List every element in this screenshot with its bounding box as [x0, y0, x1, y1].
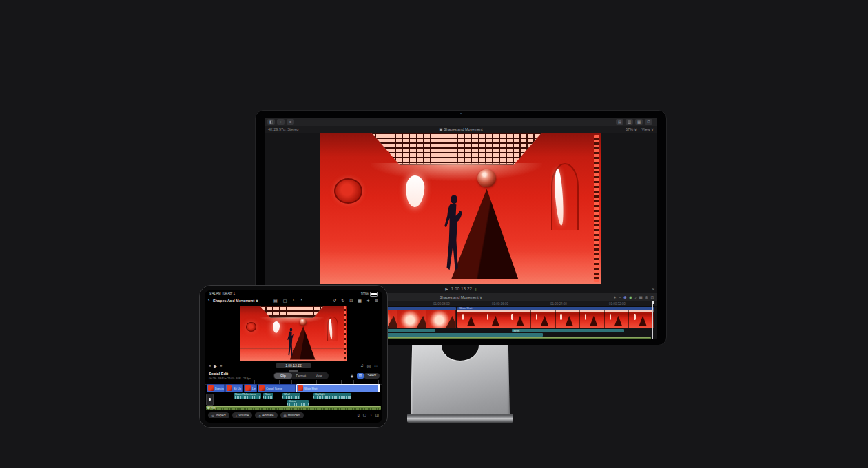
- video-frame: [240, 306, 347, 361]
- browser-layout-icon[interactable]: ▤: [616, 119, 623, 125]
- project-meta: 00:29 · 3840 × 2160 · 60P · 24 fps: [209, 376, 251, 380]
- skip-forward-icon[interactable]: »: [220, 363, 222, 368]
- zoom-menu[interactable]: 67% ∨: [626, 127, 637, 131]
- audio-skimming-icon[interactable]: ♪: [634, 295, 637, 299]
- audio-clip[interactable]: Highlight: [313, 393, 351, 399]
- play-button[interactable]: ▶: [445, 287, 448, 291]
- project-icon: ▣: [439, 127, 442, 131]
- mode-format[interactable]: Format: [292, 373, 310, 379]
- ruler-tick: 01:00:24:00: [550, 302, 567, 306]
- display-stand: [411, 344, 510, 415]
- music-track[interactable]: [368, 337, 651, 339]
- video-clip-wide-shot[interactable]: Wide Shot: [457, 307, 654, 328]
- clip-appearance-icon[interactable]: ⊡: [650, 295, 654, 299]
- audio-clip[interactable]: Riser: [263, 393, 273, 399]
- audio-clip[interactable]: Whirl: [282, 393, 300, 399]
- delete-icon[interactable]: ▯: [358, 413, 360, 417]
- light-strip: [344, 306, 346, 361]
- clip-appearance-icon[interactable]: ▤: [357, 373, 364, 379]
- skip-back-icon[interactable]: «: [209, 363, 211, 368]
- play-button[interactable]: ▶: [214, 363, 217, 368]
- inspect-button[interactable]: ⊙Inspect: [208, 412, 229, 418]
- duplicate-icon[interactable]: ▢: [363, 413, 366, 417]
- audio-clip-siren[interactable]: Siren: [512, 329, 624, 332]
- arch-window: [551, 163, 579, 230]
- track-header-button[interactable]: [206, 394, 214, 406]
- ipad-viewer: [205, 305, 382, 361]
- ruler-tick: 01:00:16:00: [492, 302, 508, 306]
- back-icon[interactable]: ‹: [208, 297, 209, 302]
- timecode-display: 1:00:13:22: [451, 286, 473, 291]
- video-clip[interactable]: Sit Up: [225, 384, 243, 392]
- snapping-icon[interactable]: ▦: [639, 295, 643, 299]
- dancer-silhouette: [442, 193, 465, 275]
- mic-icon[interactable]: ♪: [292, 298, 294, 303]
- audio-meters-icon[interactable]: ∥: [475, 287, 477, 291]
- view-menu[interactable]: View ∨: [642, 127, 654, 131]
- settings-icon[interactable]: ⊛: [375, 298, 378, 303]
- eye-icon[interactable]: ◉: [351, 374, 353, 378]
- fcp-toolbar: ◧ ↓ ≡ ▤ ▥ ▦ ⊡: [265, 118, 657, 126]
- playhead[interactable]: [652, 301, 653, 339]
- ipad-transport: « ▶ » 1:00:13:22 ♫ ◎ ⋯: [205, 361, 382, 370]
- viewer-layout-icon[interactable]: ▥: [626, 119, 633, 125]
- fullscreen-icon[interactable]: ⇲: [651, 286, 654, 291]
- audio-clip[interactable]: Chime: [287, 400, 309, 406]
- redo-icon[interactable]: ↻: [341, 298, 344, 303]
- detach-icon[interactable]: ◫: [375, 413, 379, 417]
- effects-icon[interactable]: ∗: [366, 298, 370, 303]
- mode-view[interactable]: View: [310, 373, 328, 379]
- ruler-tick: 01:00:32:00: [609, 302, 626, 306]
- display-stand-base: [407, 414, 513, 423]
- media-browser-icon[interactable]: ▦: [358, 298, 362, 303]
- video-clip[interactable]: Crowd Scene: [258, 384, 296, 392]
- viewer-canvas: [265, 133, 657, 284]
- timecode-display: 1:00:13:22: [276, 363, 311, 368]
- skimming-icon[interactable]: ◉: [629, 295, 632, 299]
- timeline-settings-icon[interactable]: ⊛: [645, 295, 648, 299]
- inspector-layout-icon[interactable]: ▦: [635, 119, 643, 125]
- video-frame: [320, 133, 601, 284]
- multicam-button[interactable]: ⊞Multicam: [280, 412, 304, 418]
- audio-meter-icon[interactable]: ♫: [360, 363, 364, 368]
- timeline-header: Social Edit 00:29 · 3840 × 2160 · 60P · …: [205, 372, 382, 380]
- volume-icon: ♪: [236, 414, 238, 418]
- import-icon[interactable]: ↓: [277, 119, 285, 125]
- inspect-icon: ⊙: [211, 414, 214, 418]
- share-icon[interactable]: ⊡: [645, 119, 652, 125]
- video-clip-wide-shot-selected[interactable]: Wide Shot: [296, 384, 380, 392]
- effects-icon[interactable]: ∗: [613, 295, 617, 299]
- ipad: 9:41 AM Tue Apr 1 100% ‹ Shapes And Move…: [199, 285, 388, 428]
- jog-wheel-icon[interactable]: ▤: [273, 298, 278, 303]
- volume-button[interactable]: ♪Volume: [232, 412, 253, 418]
- video-clip[interactable]: Levels: [244, 384, 257, 392]
- more-icon[interactable]: ⋯: [374, 363, 378, 368]
- audio-clip-dramatic-swell[interactable]: Dramatic Swell: [368, 333, 543, 337]
- audio-clip[interactable]: Room Reflections: [234, 393, 261, 399]
- sidebar-toggle-icon[interactable]: ◧: [267, 119, 275, 125]
- zoom-icon[interactable]: ◎: [367, 363, 371, 368]
- timer-icon[interactable]: ◔: [300, 298, 302, 303]
- ruler-tick: 01:00:08:00: [433, 302, 450, 306]
- mode-clip[interactable]: Clip: [274, 373, 292, 379]
- tools-icon[interactable]: ≡: [287, 119, 294, 125]
- multicam-icon: ⊞: [284, 414, 287, 418]
- teardrop-window: [405, 175, 425, 208]
- object-tracks-icon[interactable]: ⊕: [623, 295, 627, 299]
- viewer-info-bar: 4K 29.97p, Stereo ▣ Shapes and Movement …: [265, 126, 657, 133]
- music-track[interactable]: Air Pop: [206, 406, 381, 410]
- select-button[interactable]: Select: [364, 373, 380, 379]
- project-title-menu[interactable]: Shapes And Movement ∨: [213, 299, 258, 303]
- layout-icon[interactable]: ⊞: [349, 298, 353, 303]
- transitions-icon[interactable]: ≈: [619, 295, 621, 299]
- undo-icon[interactable]: ↺: [333, 298, 336, 303]
- mode-switcher: Clip Format View: [273, 372, 329, 379]
- sphere: [477, 169, 496, 187]
- project-name: Social Edit: [209, 372, 228, 376]
- light-strip: [594, 135, 599, 281]
- camera-indicator: [460, 113, 462, 114]
- media-icon[interactable]: ▢: [283, 298, 287, 303]
- mute-icon[interactable]: ♪: [370, 413, 372, 417]
- animate-button[interactable]: ◇Animate: [255, 412, 277, 418]
- video-clip[interactable]: Dancing Man: [207, 384, 225, 392]
